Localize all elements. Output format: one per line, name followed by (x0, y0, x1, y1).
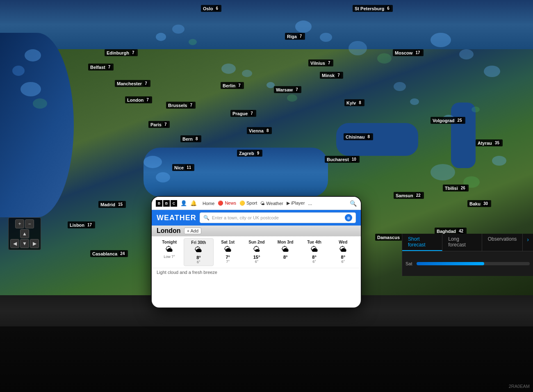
account-icon[interactable]: 👤 (180, 200, 187, 206)
city-label-berlin: Berlin 7 (221, 82, 244, 89)
city-label-casablanca: Casablanca 24 (90, 250, 128, 257)
forecast-fri[interactable]: Fri 30th 🌥 8° 6° (184, 238, 213, 266)
tab-observations[interactable]: Observations (482, 234, 523, 251)
nav-more[interactable]: ... (308, 201, 312, 206)
city-label-samsun: Samsun 22 (394, 192, 424, 199)
map-controls[interactable]: + − ▲ ◀ ▼ ▶ (8, 217, 41, 250)
city-label-manchester: Manchester 7 (115, 80, 150, 87)
city-label-oslo: Oslo 6 (201, 5, 221, 12)
city-label-vienna: Vienna 8 (247, 127, 272, 134)
city-label-zagreb: Zagreb 9 (237, 150, 262, 157)
forecast-mon[interactable]: Mon 3rd 🌥 8° (271, 238, 300, 261)
nav-sport[interactable]: 🟡 Sport (239, 201, 257, 206)
forecast-low: 6° (301, 260, 327, 264)
pan-up-button[interactable]: ▲ (20, 229, 29, 238)
panel-progress-bar (417, 262, 530, 265)
location-name: London (157, 227, 181, 235)
forecast-day-name: Mon 3rd (272, 240, 298, 244)
forecast-low: 6° (330, 260, 356, 264)
forecast-temp: 8° (185, 255, 212, 260)
city-label-london: London 7 (125, 96, 152, 103)
forecast-sun[interactable]: Sun 2nd 🌤 15° 6° (242, 238, 271, 265)
watermark: 2RA0EAM (509, 384, 530, 389)
forecast-tonight[interactable]: Tonight 🌥 Low 7° (155, 238, 184, 260)
panel-content: Sat (402, 251, 533, 276)
nav-iplayer[interactable]: ▶ iPlayer (287, 201, 305, 206)
city-label-tbilisi: Tbilisi 26 (443, 185, 469, 191)
bbc-logo: B B C (156, 200, 177, 207)
weather-title-bar: WEATHER 🔍 Enter a town, city or UK postc… (152, 210, 361, 226)
weather-search-bar[interactable]: 🔍 Enter a town, city or UK postcode ⊕ (200, 212, 356, 223)
panel-progress-fill (417, 262, 485, 265)
city-label-madrid: Madrid 15 (98, 201, 126, 208)
city-label-vilnius: Vilnius 7 (308, 59, 333, 66)
zoom-out-button[interactable]: − (25, 219, 34, 228)
pan-left-button[interactable]: ◀ (10, 239, 19, 248)
bbc-header: B B C 👤 🔔 Home 🔴 News 🟡 Sport 🌤 Weather … (152, 197, 361, 210)
forecast-temp: 7° (215, 255, 241, 260)
panel-next-arrow[interactable]: › (523, 234, 533, 251)
forecast-temp: 8° (330, 255, 356, 260)
forecast-temp: 8° (272, 255, 298, 260)
right-panel: Short forecast Long forecast Observation… (402, 234, 533, 276)
nav-weather[interactable]: 🌤 Weather (260, 201, 283, 206)
forecast-temp: 15° (244, 255, 270, 260)
pan-right-button[interactable]: ▶ (30, 239, 39, 248)
forecast-day-name: Sat 1st (215, 240, 241, 244)
weather-description: Light cloud and a fresh breeze (152, 268, 361, 276)
city-label-belfast: Belfast 7 (88, 64, 114, 71)
city-label-warsaw: Warsaw 7 (274, 86, 301, 93)
add-location-button[interactable]: + Add (184, 228, 201, 234)
city-label-edinburgh: Edinburgh 7 (105, 49, 138, 56)
forecast-day-name: Tonight (156, 240, 182, 244)
sea-atlantic (0, 33, 74, 217)
city-label-paris: Paris 7 (148, 121, 170, 128)
sea-north (0, 0, 533, 49)
location-bar: London + Add (152, 226, 361, 236)
forecast-low: 6° (185, 260, 212, 264)
forecast-wed[interactable]: Wed 🌥 8° 6° (329, 238, 358, 265)
city-label-bern: Bern 8 (180, 135, 201, 142)
bbc-box-b1: B (156, 200, 162, 207)
forecast-icon: 🌥 (185, 246, 212, 254)
weather-title: WEATHER (157, 214, 196, 222)
city-label-bucharest: Bucharest 10 (325, 156, 360, 163)
bbc-box-b2: B (163, 200, 170, 207)
forecast-sat[interactable]: Sat 1st 🌥 7° 7° (214, 238, 242, 265)
weather-search-placeholder: Enter a town, city or UK postcode (212, 215, 279, 220)
tab-long-forecast[interactable]: Long forecast (442, 234, 482, 251)
phone-device: B B C 👤 🔔 Home 🔴 News 🟡 Sport 🌤 Weather … (152, 197, 361, 308)
forecast-icon: 🌥 (272, 245, 298, 254)
forecast-strip: Tonight 🌥 Low 7° Fri 30th 🌥 8° 6° Sat 1s… (152, 236, 361, 268)
sea-mediterranean (144, 148, 328, 197)
panel-sat-label: Sat (405, 261, 412, 266)
zoom-in-button[interactable]: + (15, 219, 24, 228)
bbc-nav: Home 🔴 News 🟡 Sport 🌤 Weather ▶ iPlayer … (203, 201, 312, 206)
city-label-brussels: Brussels 7 (166, 102, 196, 109)
tab-short-forecast[interactable]: Short forecast (402, 234, 442, 251)
forecast-temp: 8° (301, 255, 327, 260)
bbc-box-c: C (171, 200, 177, 207)
weather-search-icon: 🔍 (203, 215, 210, 221)
forecast-low: 6° (244, 260, 270, 264)
weather-location-icon[interactable]: ⊕ (345, 214, 352, 221)
notifications-icon[interactable]: 🔔 (190, 200, 197, 206)
bbc-search-icon[interactable]: 🔍 (350, 200, 357, 207)
nav-home[interactable]: Home (203, 201, 214, 206)
nav-news[interactable]: 🔴 News (218, 201, 236, 206)
forecast-icon: 🌥 (301, 245, 327, 254)
pan-down-button[interactable]: ▼ (20, 239, 29, 248)
city-label-prague: Prague 7 (230, 110, 256, 117)
forecast-low: 7° (215, 260, 241, 264)
forecast-day-name: Fri 30th (185, 240, 212, 245)
forecast-low: Low 7° (156, 255, 182, 259)
city-label-lisbon: Lisbon 17 (68, 221, 95, 228)
forecast-icon: 🌥 (156, 245, 182, 254)
city-label-volgograd: Volgograd 25 (430, 117, 465, 124)
forecast-tue[interactable]: Tue 4th 🌥 8° 6° (300, 238, 328, 265)
city-label-minsk: Minsk 7 (320, 72, 343, 79)
forecast-icon: 🌥 (215, 245, 241, 254)
panel-tabs: Short forecast Long forecast Observation… (402, 234, 533, 251)
city-label-nice: Nice 11 (172, 164, 194, 171)
forecast-day-name: Tue 4th (301, 240, 327, 244)
